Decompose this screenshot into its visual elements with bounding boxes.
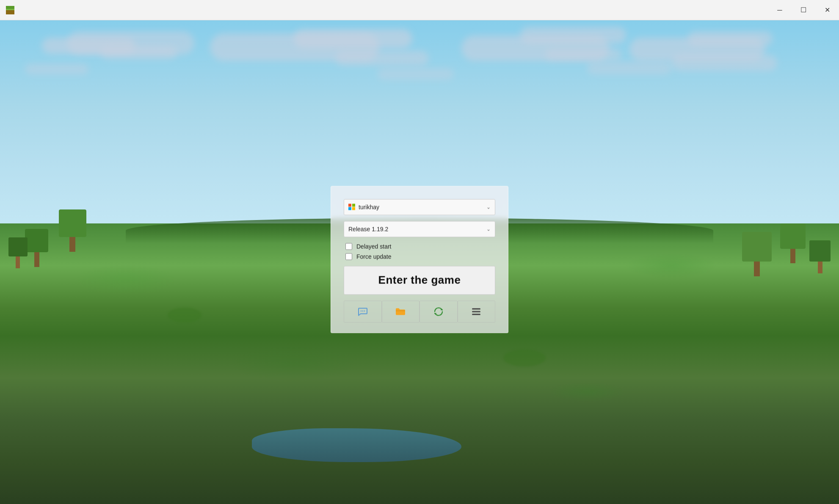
ms-blue-square <box>348 207 351 210</box>
delayed-start-label: Delayed start <box>356 243 391 250</box>
ms-red-square <box>348 204 351 207</box>
account-dropdown-arrow: ⌄ <box>486 204 491 210</box>
tree-right-2 <box>809 240 831 272</box>
folder-icon <box>395 307 406 316</box>
folder-button[interactable] <box>382 300 420 322</box>
version-dropdown-arrow: ⌄ <box>486 226 491 232</box>
version-dropdown-trigger[interactable]: Release 1.19.2 ⌄ <box>344 221 495 237</box>
account-dropdown-trigger[interactable]: turikhay ⌄ <box>344 199 495 215</box>
version-value: Release 1.19.2 <box>348 226 388 232</box>
window-controls: ─ ☐ ✕ <box>768 0 839 20</box>
bottom-toolbar <box>344 300 495 322</box>
svg-point-3 <box>361 310 362 311</box>
svg-rect-7 <box>472 311 480 312</box>
force-update-label: Force update <box>356 253 392 260</box>
chat-icon <box>357 306 368 317</box>
force-update-checkbox[interactable]: Force update <box>345 253 495 260</box>
chat-button[interactable] <box>344 300 382 322</box>
titlebar: ─ ☐ ✕ <box>0 0 839 20</box>
delayed-start-box <box>345 243 352 250</box>
tree-left-1 <box>25 229 48 265</box>
menu-button[interactable] <box>458 300 496 322</box>
tree-right-3 <box>742 232 772 274</box>
minimize-button[interactable]: ─ <box>768 0 792 20</box>
ms-green-square <box>352 204 355 207</box>
enter-game-button[interactable]: Enter the game <box>344 266 495 295</box>
account-value: turikhay <box>359 204 379 210</box>
svg-point-5 <box>364 310 365 311</box>
checkboxes-group: Delayed start Force update <box>344 243 495 260</box>
menu-icon <box>471 307 482 316</box>
app-logo-icon <box>5 5 15 15</box>
svg-point-4 <box>362 310 363 311</box>
svg-rect-8 <box>472 314 480 315</box>
version-dropdown[interactable]: Release 1.19.2 ⌄ <box>344 221 495 237</box>
ms-yellow-square <box>352 207 355 210</box>
tree-right-1 <box>780 223 806 262</box>
refresh-button[interactable] <box>420 300 458 322</box>
launcher-panel: turikhay ⌄ Release 1.19.2 ⌄ Delayed star… <box>331 186 508 333</box>
tree-left-3 <box>8 237 28 267</box>
svg-rect-2 <box>6 9 14 10</box>
force-update-box <box>345 253 352 260</box>
ms-icon <box>348 204 355 210</box>
delayed-start-checkbox[interactable]: Delayed start <box>345 243 495 250</box>
maximize-button[interactable]: ☐ <box>792 0 815 20</box>
foliage-1 <box>168 308 201 322</box>
tree-left-2 <box>59 209 86 250</box>
close-button[interactable]: ✕ <box>815 0 839 20</box>
refresh-icon <box>433 306 444 317</box>
account-dropdown[interactable]: turikhay ⌄ <box>344 199 495 215</box>
svg-rect-6 <box>472 308 480 309</box>
app-icon <box>0 0 20 20</box>
